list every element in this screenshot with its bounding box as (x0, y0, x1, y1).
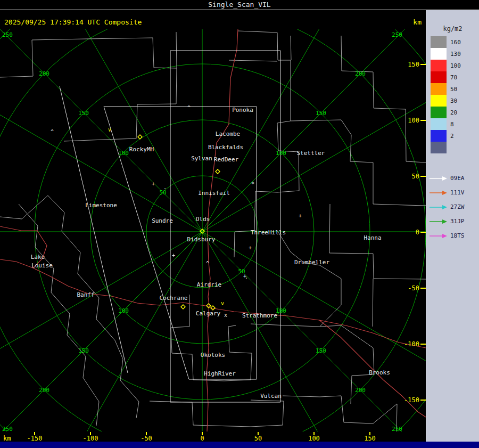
station-legend-row: 18TS (428, 229, 465, 243)
colorbar-value-label: 20 (450, 109, 457, 116)
radar-map: 5010015020025010015020025050100150200250… (0, 29, 426, 431)
city-label-lake: Lake (31, 254, 45, 260)
colorbar-value-label: 70 (450, 74, 457, 81)
colorbar-swatch (431, 95, 447, 107)
colorbar-swatch (431, 36, 447, 48)
right-axis-tick-label: -50 (396, 284, 419, 292)
ring-distance-label: 200 (39, 387, 49, 394)
city-label-vulcan: Vulcan (260, 393, 282, 400)
colorbar-level: 2 (431, 130, 461, 142)
station-id-label: 09EA (450, 175, 465, 182)
colorbar-value-label: 130 (450, 51, 461, 58)
colorbar-level: 30 (431, 95, 461, 107)
colorbar-swatch (431, 107, 447, 118)
right-axis-tick-label: -100 (396, 340, 419, 348)
city-label-brooks: Brooks (369, 369, 390, 376)
city-label-calgary: Calgary (196, 310, 221, 317)
city-label-banff: Banff (77, 291, 94, 298)
radar-site-marker (216, 169, 220, 174)
radar-app-window: Single_Scan_VIL 2025/09/25 17:39:14 UTC … (0, 0, 479, 448)
colorbar-level: 70 (431, 71, 461, 83)
ring-distance-label: 100 (276, 150, 286, 157)
city-label-highriver: HighRiver (204, 370, 236, 377)
county-boundary (373, 279, 373, 327)
city-label-okotoks: Okotoks (201, 352, 225, 359)
city-label-sundre: Sundre (152, 217, 173, 224)
station-arrow-head (442, 234, 447, 238)
city-label-cochrane: Cochrane (160, 295, 188, 302)
colorbar-level: 130 (431, 48, 461, 60)
vil-color-scale: 1601301007050302082 (431, 36, 461, 153)
station-arrow-icon (428, 175, 448, 182)
colorbar-swatch (431, 71, 447, 83)
city-label-louise: Louise (31, 262, 53, 269)
right-axis-tick-mark (420, 344, 426, 345)
point-marker-x: x (224, 312, 227, 318)
station-legend-row: 27ZW (428, 200, 465, 214)
point-marker-.: . (245, 274, 248, 280)
right-axis-tick-label: 150 (396, 61, 419, 68)
point-marker-v: v (108, 127, 111, 133)
county-boundary (291, 120, 426, 206)
point-marker-*: * (251, 181, 254, 187)
title-bar: Single_Scan_VIL (0, 0, 479, 10)
colorbar-swatch (431, 83, 447, 95)
city-label-reddeer: RedDeer (214, 156, 239, 163)
station-arrow-icon (428, 218, 448, 225)
point-marker-+: + (299, 213, 302, 219)
station-legend-row: 09EA (428, 171, 465, 185)
colorbar-value-label: 8 (450, 121, 454, 128)
county-boundary (64, 140, 104, 141)
point-marker-.: . (163, 184, 167, 190)
station-arrow-head (442, 219, 447, 224)
station-legend-row: 111V (428, 185, 465, 200)
right-axis-tick-label: -150 (396, 396, 419, 404)
station-arrow-icon (428, 190, 448, 196)
point-marker-+: + (249, 245, 252, 251)
colorbar-swatch (431, 48, 447, 60)
right-axis-tick-mark (420, 288, 426, 289)
colorbar-swatch (431, 130, 447, 142)
bottom-axis-tick-label: 50 (246, 435, 270, 442)
right-axis-tick-mark (420, 120, 426, 121)
colorbar-level: 160 (431, 36, 461, 48)
county-boundary (406, 161, 426, 162)
city-label-sylvan: Sylvan (191, 155, 212, 162)
ring-distance-label: 150 (316, 347, 326, 354)
county-boundary (85, 38, 177, 140)
colorbar-value-label: 30 (450, 97, 457, 104)
city-label-innisfail: Innisfail (198, 190, 230, 197)
colorbar-level: 100 (431, 60, 461, 71)
scan-timestamp: 2025/09/25 17:39:14 UTC Composite (4, 18, 142, 26)
point-marker-^: ^ (206, 260, 209, 266)
city-label-blackfalds: Blackfalds (208, 144, 243, 151)
ring-distance-label: 100 (118, 307, 129, 314)
city-label-olds: Olds (196, 216, 210, 223)
colorbar-value-label: 160 (450, 39, 461, 46)
right-axis-tick-mark (420, 400, 426, 401)
ring-distance-label: 150 (78, 110, 89, 117)
county-boundary (277, 231, 341, 327)
city-label-limestone: Limestone (85, 202, 117, 209)
radar-scan-outlines (60, 51, 280, 402)
station-legend: 09EA111V27ZW31JP18TS (428, 171, 465, 243)
radar-site-marker (138, 135, 142, 139)
right-axis-tick-label: 0 (396, 229, 419, 236)
bottom-axis-tick-label: 0 (191, 435, 214, 442)
bottom-axis-tick-label: -100 (79, 435, 102, 442)
station-id-label: 18TS (450, 232, 465, 239)
point-marker-v: v (221, 300, 224, 306)
bottom-axis-tick-label: 100 (302, 435, 326, 442)
station-arrow-icon (428, 204, 448, 210)
city-label-rockymh: RockyMH (129, 146, 154, 153)
bottom-status-bar (0, 442, 479, 448)
right-axis-tick-mark (420, 176, 426, 177)
city-label-lacombe: Lacombe (216, 131, 240, 137)
city-label-hanna: Hanna (364, 234, 381, 241)
ring-distance-label: 150 (78, 347, 89, 354)
station-arrow-head (442, 176, 447, 181)
colorbar-level (431, 142, 461, 153)
station-arrow-head (442, 191, 447, 195)
colorbar-level: 20 (431, 107, 461, 118)
city-label-airdrie: Airdrie (197, 281, 221, 288)
